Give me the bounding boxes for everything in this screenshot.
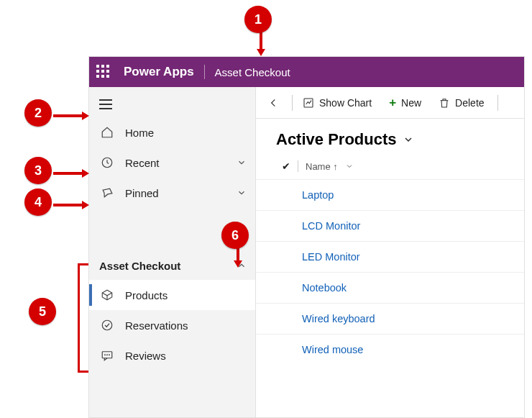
button-label: New [401,97,421,109]
plus-icon: + [389,96,396,110]
home-icon [99,126,115,139]
svg-point-3 [105,355,106,355]
view-header: Active Products ✔ Name ↑ [256,119,524,179]
callout-1-arrow [257,32,265,55]
chevron-down-icon[interactable] [345,162,354,171]
svg-point-4 [107,355,108,355]
data-grid: Laptop LCD Monitor LED Monitor Notebook … [256,179,524,417]
sidebar-item-label: Home [125,127,247,139]
sidebar-item-home[interactable]: Home [89,117,255,147]
divider [292,95,293,111]
brand-label: Power Apps [124,65,194,79]
sidebar: Home Recent Pinned [89,87,256,417]
sidebar-item-recent[interactable]: Recent [89,147,255,178]
table-row[interactable]: LED Monitor [256,241,524,272]
sidebar-item-label: Reviews [125,350,166,362]
sidebar-item-label: Reservations [125,319,188,332]
record-link[interactable]: Wired keyboard [302,313,375,324]
svg-point-5 [109,355,110,355]
svg-point-1 [102,320,112,330]
button-label: Delete [455,97,484,109]
record-link[interactable]: Laptop [302,189,334,201]
chevron-down-icon [237,158,247,168]
chevron-down-icon [403,134,414,145]
hamburger-icon[interactable] [99,99,112,109]
check-circle-icon [99,319,115,332]
callout-4: 4 [24,188,52,216]
chart-icon [303,97,314,109]
callout-3: 3 [24,157,52,184]
sidebar-item-label: Pinned [125,187,237,199]
table-row[interactable]: Notebook [256,272,524,303]
trash-icon [439,97,450,109]
titlebar: Power Apps Asset Checkout [89,57,524,87]
column-header-label: Name [306,161,331,172]
callout-2-arrow [53,112,88,120]
record-link[interactable]: LCD Monitor [302,220,360,232]
sidebar-section-label: Asset Checkout [99,260,237,272]
sidebar-item-reviews[interactable]: Reviews [89,340,255,371]
record-link[interactable]: Notebook [302,282,347,294]
column-header-name[interactable]: Name ↑ [306,161,338,172]
callout-4-arrow [53,201,88,209]
table-row[interactable]: Wired mouse [256,334,524,365]
divider [497,95,498,111]
titlebar-divider [204,65,205,79]
app-name-label: Asset Checkout [215,66,290,78]
sort-asc-icon: ↑ [333,161,338,172]
back-arrow-icon [268,97,280,109]
record-link[interactable]: Wired mouse [302,344,363,355]
sidebar-item-pinned[interactable]: Pinned [89,178,255,208]
chevron-down-icon [237,188,247,198]
back-button[interactable] [262,91,286,115]
callout-2: 2 [24,99,52,127]
package-icon [99,288,115,301]
chat-icon [99,349,115,362]
column-header-row: ✔ Name ↑ [276,160,524,172]
view-title-label: Active Products [276,130,397,149]
sidebar-item-products[interactable]: Products [89,280,255,310]
callout-1: 1 [244,6,272,33]
callout-6: 6 [221,222,249,249]
divider [298,160,298,172]
command-bar: Show Chart + New Delete [256,87,524,119]
app-launcher-icon[interactable] [96,65,111,79]
view-title-dropdown[interactable]: Active Products [276,130,524,149]
callout-3-arrow [53,169,88,178]
table-row[interactable]: LCD Monitor [256,210,524,241]
delete-button[interactable]: Delete [431,91,491,115]
button-label: Show Chart [319,97,372,109]
app-window: Power Apps Asset Checkout Home Recent [88,56,525,418]
sidebar-section-asset-checkout[interactable]: Asset Checkout [89,251,255,280]
select-all-checkbox[interactable]: ✔ [282,160,290,172]
callout-6-arrow [234,247,242,266]
clock-icon [99,156,115,169]
record-link[interactable]: LED Monitor [302,251,360,263]
sidebar-item-reservations[interactable]: Reservations [89,310,255,340]
table-row[interactable]: Laptop [256,179,524,210]
callout-5-brace [78,263,80,373]
pin-icon [99,186,115,199]
new-button[interactable]: + New [382,91,428,115]
show-chart-button[interactable]: Show Chart [295,91,379,115]
table-row[interactable]: Wired keyboard [256,303,524,334]
sidebar-item-label: Recent [125,157,237,169]
callout-5: 5 [29,298,56,325]
sidebar-item-label: Products [125,289,168,301]
main-panel: Show Chart + New Delete Active Products [256,87,524,417]
